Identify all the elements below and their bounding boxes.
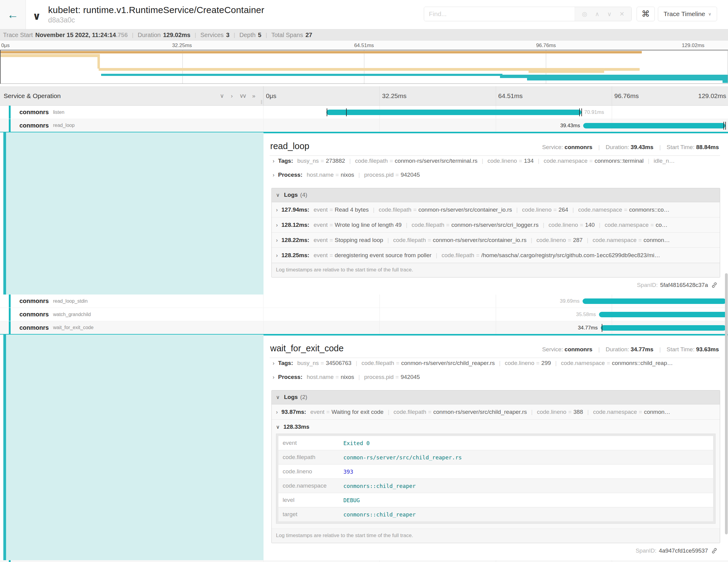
trace-timeline-page: ← ∨ kubelet: runtime.v1.RuntimeService/C…: [0, 0, 728, 562]
span-color-accent: [3, 132, 6, 295]
key-value: code.filepath=conmon-rs/server/src/conta…: [393, 237, 526, 243]
log-field-row: code.namespaceconmonrs::child_reaper: [278, 479, 713, 493]
back-arrow-icon: ←: [7, 9, 19, 20]
key-value: code.filepath=conmon-rs/server/src/child…: [393, 409, 527, 415]
log-entry[interactable]: › 128.12ms: event=Wrote log line of leng…: [272, 217, 720, 233]
find-next-icon[interactable]: ∨: [607, 10, 612, 18]
span-duration-bar[interactable]: [583, 298, 726, 304]
expand-collapse-controls: ∨ › ∨∨ »: [220, 86, 255, 105]
span-bar-listen[interactable]: 70.91ms: [264, 106, 728, 119]
key-value: code.filepath=conmon-rs/server/src/cri_l…: [412, 222, 539, 228]
keyboard-shortcuts-button[interactable]: ⌘: [637, 7, 655, 21]
collapse-trace-header-icon[interactable]: ∨: [32, 10, 41, 22]
span-color-accent: [9, 321, 11, 334]
vertical-scrollbar[interactable]: [725, 273, 728, 534]
span-bar-watch-grandchild[interactable]: 35.58ms: [264, 308, 728, 321]
key-value: busy_ns=34506763: [297, 360, 351, 366]
key-value: code.filepath=conmon-rs/server/src/child…: [362, 360, 495, 366]
span-duration-bar[interactable]: [599, 312, 728, 317]
trace-depth: Depth 5: [239, 32, 261, 39]
expand-one-icon[interactable]: ›: [231, 93, 233, 99]
chevron-down-icon: ∨: [708, 12, 711, 16]
span-row-watch-grandchild[interactable]: conmonrs watch_grandchild 35.58ms: [0, 308, 728, 321]
span-detail-read-loop: read_loop Service: conmonrs | Duration: …: [0, 132, 728, 295]
expand-all-icon[interactable]: »: [252, 93, 255, 99]
span-bar-read-loop-stdin[interactable]: 39.69ms: [264, 295, 728, 308]
minimap-span-bar: [527, 77, 728, 80]
tags-row[interactable]: › Tags: busy_ns=34506763|code.filepath=c…: [270, 360, 720, 374]
log-entry-expanded-header[interactable]: ∨ 128.33ms: [272, 420, 720, 434]
find-controls: ◎ ∧ ∨ ✕: [575, 7, 631, 21]
log-field-row: code.lineno393: [278, 465, 713, 479]
find-box: ◎ ∧ ∨ ✕: [424, 7, 632, 21]
command-icon: ⌘: [641, 9, 650, 19]
collapse-all-icon[interactable]: ∨∨: [240, 92, 246, 99]
minimap-span-bar: [101, 74, 502, 76]
view-selector-button[interactable]: Trace Timeline ∨: [658, 7, 717, 21]
back-button[interactable]: ←: [0, 0, 26, 29]
trace-services: Services 3: [200, 32, 230, 39]
log-entry[interactable]: › 128.25ms: event=deregistering event so…: [272, 248, 720, 263]
caret-right-icon: ›: [276, 252, 278, 259]
span-duration-bar[interactable]: [326, 110, 581, 115]
span-row-listen[interactable]: conmonrs listen 70.91ms: [0, 106, 728, 119]
minimap-span-bar: [99, 68, 530, 71]
copy-link-icon[interactable]: [711, 547, 718, 554]
span-row-read-loop-stdin[interactable]: conmonrs read_loop_stdin 39.69ms: [0, 295, 728, 308]
caret-right-icon: ›: [276, 207, 278, 213]
span-bar-read-loop[interactable]: 39.43ms: [264, 119, 728, 132]
key-value: code.namespace=conmon…: [593, 409, 670, 415]
log-marker-tick: [725, 122, 726, 130]
log-field-row: eventExited 0: [278, 436, 713, 450]
log-field-row: code.filepathconmon-rs/server/src/child_…: [278, 450, 713, 465]
column-resize-handle[interactable]: ∥: [260, 99, 263, 104]
process-row[interactable]: › Process: host.name=nixos|process.pid=9…: [270, 374, 720, 388]
caret-right-icon: ›: [276, 222, 278, 228]
span-bar-write-exit-path[interactable]: 303μs: [264, 560, 728, 562]
span-detail-title: wait_for_exit_code: [270, 343, 344, 353]
key-value: busy_ns=273882: [297, 158, 345, 164]
log-entry[interactable]: › 127.94ms: event=Read 4 bytes|code.file…: [272, 202, 720, 217]
find-input[interactable]: [424, 7, 575, 21]
span-color-accent: [3, 335, 6, 560]
trace-minimap[interactable]: [0, 50, 728, 84]
span-row-read-loop[interactable]: conmonrs read_loop 39.43ms: [0, 119, 728, 132]
span-row-wait-for-exit-code[interactable]: conmonrs wait_for_exit_code 34.77ms: [0, 321, 728, 335]
collapse-one-icon[interactable]: ∨: [220, 92, 224, 99]
tags-row[interactable]: › Tags: busy_ns=273882|code.filepath=con…: [270, 158, 720, 172]
span-color-accent: [9, 295, 11, 308]
logs-section: ∨ Logs (2) › 93.87ms: event=Waiting for …: [271, 390, 720, 543]
trace-title: kubelet: runtime.v1.RuntimeService/Creat…: [48, 5, 264, 15]
key-value: process.pid=942045: [364, 374, 420, 380]
trace-duration: Duration 129.02ms: [138, 32, 191, 39]
span-duration-label: 39.69ms: [560, 298, 583, 304]
key-value: code.namespace=conmon…: [593, 237, 670, 243]
log-entry[interactable]: › 93.87ms: event=Waiting for exit code|c…: [272, 404, 720, 420]
span-color-accent: [9, 106, 11, 119]
find-clear-icon[interactable]: ✕: [619, 10, 624, 18]
span-duration-bar[interactable]: [583, 123, 725, 128]
log-entry[interactable]: › 128.22ms: event=Stopping read loop|cod…: [272, 233, 720, 248]
span-duration-bar[interactable]: [601, 325, 726, 331]
key-value: code.namespace=co…: [605, 222, 668, 228]
span-row-write-exit-path[interactable]: conmonrs write_exit_path 303μs: [0, 560, 728, 562]
span-duration-label: 39.43ms: [560, 123, 583, 129]
minimap-span-bar: [604, 68, 640, 71]
minimap-span-bar: [1, 54, 100, 57]
key-value: event=Waiting for exit code: [310, 409, 383, 415]
minimap-span-bar: [1, 51, 642, 53]
key-value: code.filepath=conmon-rs/server/src/conta…: [379, 206, 512, 213]
find-prev-icon[interactable]: ∧: [595, 10, 600, 18]
span-bar-wait-for-exit-code[interactable]: 34.77ms: [264, 321, 728, 334]
log-field-row: levelDEBUG: [278, 493, 713, 507]
logs-header[interactable]: ∨ Logs (4): [272, 188, 720, 202]
copy-link-icon[interactable]: [711, 282, 718, 288]
span-detail-meta: Service: conmonrs | Duration: 34.77ms | …: [542, 346, 719, 353]
logs-header[interactable]: ∨ Logs (2): [272, 390, 720, 404]
span-color-accent: [9, 560, 11, 562]
log-fields-table: eventExited 0code.filepathconmon-rs/serv…: [276, 434, 716, 524]
process-row[interactable]: › Process: host.name=nixos|process.pid=9…: [270, 172, 720, 186]
view-selector-label: Trace Timeline: [664, 10, 705, 18]
log-marker-tick: [579, 108, 580, 116]
find-scope-icon[interactable]: ◎: [582, 10, 587, 18]
